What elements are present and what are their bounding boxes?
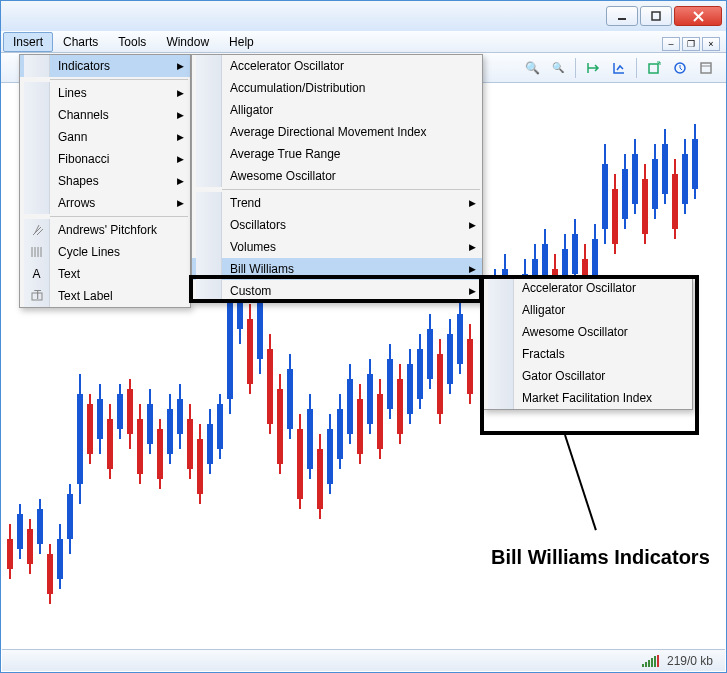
insert-item-indicators[interactable]: Indicators▶ <box>20 55 190 77</box>
menu-item-label: Arrows <box>50 196 103 210</box>
submenu-arrow-icon: ▶ <box>469 264 476 274</box>
indicators-item-volumes[interactable]: Volumes▶ <box>192 236 482 258</box>
autoscroll-icon <box>586 61 600 75</box>
insert-item-gann[interactable]: Gann▶ <box>20 126 190 148</box>
indicators-item-average-true-range[interactable]: Average True Range <box>192 143 482 165</box>
menu-item-label: Accelerator Oscillator <box>222 59 352 73</box>
insert-item-text[interactable]: AText <box>20 263 190 285</box>
insert-item-cycle-lines[interactable]: Cycle Lines <box>20 241 190 263</box>
menu-item-icon <box>24 55 50 77</box>
separator <box>575 58 576 78</box>
submenu-arrow-icon: ▶ <box>177 154 184 164</box>
menu-item-icon <box>24 104 50 126</box>
zoom-out-button[interactable]: 🔍 <box>547 57 569 79</box>
menu-insert[interactable]: Insert <box>3 32 53 52</box>
menu-item-icon <box>488 365 514 387</box>
submenu-arrow-icon: ▶ <box>469 198 476 208</box>
menu-tools[interactable]: Tools <box>108 32 156 52</box>
menu-item-icon <box>196 121 222 143</box>
templates-button[interactable] <box>695 57 717 79</box>
minimize-button[interactable] <box>606 6 638 26</box>
menu-item-label: Market Facilitation Index <box>514 391 660 405</box>
menu-item-label: Alligator <box>514 303 573 317</box>
indicators-item-bill-williams[interactable]: Bill Williams▶ <box>192 258 482 280</box>
submenu-arrow-icon: ▶ <box>469 220 476 230</box>
billwilliams-item-alligator[interactable]: Alligator <box>484 299 692 321</box>
menu-item-icon <box>488 387 514 409</box>
menu-item-label: Text <box>50 267 88 281</box>
mdi-close-button[interactable]: × <box>702 37 720 51</box>
periodicity-button[interactable] <box>669 57 691 79</box>
indicators-item-awesome-oscillator[interactable]: Awesome Oscillator <box>192 165 482 187</box>
chartshift-button[interactable] <box>608 57 630 79</box>
billwilliams-item-awesome-oscillator[interactable]: Awesome Oscillator <box>484 321 692 343</box>
submenu-arrow-icon: ▶ <box>177 88 184 98</box>
menu-window[interactable]: Window <box>156 32 219 52</box>
insert-item-lines[interactable]: Lines▶ <box>20 82 190 104</box>
submenu-arrow-icon: ▶ <box>469 242 476 252</box>
indicators-item-alligator[interactable]: Alligator <box>192 99 482 121</box>
menu-item-icon <box>196 258 222 280</box>
zoom-in-button[interactable]: 🔍 <box>521 57 543 79</box>
insert-item-channels[interactable]: Channels▶ <box>20 104 190 126</box>
submenu-arrow-icon: ▶ <box>469 286 476 296</box>
menu-item-label: Average True Range <box>222 147 349 161</box>
insert-item-text-label[interactable]: TText Label <box>20 285 190 307</box>
insert-item-shapes[interactable]: Shapes▶ <box>20 170 190 192</box>
menu-item-label: Trend <box>222 196 269 210</box>
menu-item-icon <box>24 219 50 241</box>
indicators-submenu: Accelerator OscillatorAccumulation/Distr… <box>191 54 483 303</box>
indicators-item-accelerator-oscillator[interactable]: Accelerator Oscillator <box>192 55 482 77</box>
autoscroll-button[interactable] <box>582 57 604 79</box>
indicators-item-custom[interactable]: Custom▶ <box>192 280 482 302</box>
menu-item-label: Awesome Oscillator <box>514 325 636 339</box>
menu-item-icon <box>196 192 222 214</box>
separator <box>636 58 637 78</box>
indicators-icon <box>647 61 661 75</box>
billwilliams-item-fractals[interactable]: Fractals <box>484 343 692 365</box>
menu-item-icon <box>488 343 514 365</box>
billwilliams-item-gator-oscillator[interactable]: Gator Oscillator <box>484 365 692 387</box>
billwilliams-item-accelerator-oscillator[interactable]: Accelerator Oscillator <box>484 277 692 299</box>
menu-item-label: Text Label <box>50 289 121 303</box>
menu-item-label: Average Directional Movement Index <box>222 125 435 139</box>
insert-item-andrews-pitchfork[interactable]: Andrews' Pitchfork <box>20 219 190 241</box>
maximize-button[interactable] <box>640 6 672 26</box>
menu-item-icon <box>196 55 222 77</box>
menu-item-icon <box>24 148 50 170</box>
indicators-item-trend[interactable]: Trend▶ <box>192 192 482 214</box>
insert-item-fibonacci[interactable]: Fibonacci▶ <box>20 148 190 170</box>
traffic-indicator: 219/0 kb <box>667 654 713 668</box>
menu-item-icon <box>488 299 514 321</box>
app-window: InsertChartsToolsWindowHelp – ❐ × 🔍 🔍 In… <box>0 0 727 673</box>
menu-item-label: Bill Williams <box>222 262 302 276</box>
svg-rect-1 <box>652 12 660 20</box>
menu-item-icon <box>24 241 50 263</box>
billwilliams-submenu: Accelerator OscillatorAlligatorAwesome O… <box>483 276 693 410</box>
indicators-item-accumulation-distribution[interactable]: Accumulation/Distribution <box>192 77 482 99</box>
indicators-item-oscillators[interactable]: Oscillators▶ <box>192 214 482 236</box>
menu-item-label: Fractals <box>514 347 573 361</box>
menu-item-label: Indicators <box>50 59 118 73</box>
insert-menu: Indicators▶Lines▶Channels▶Gann▶Fibonacci… <box>19 54 191 308</box>
submenu-arrow-icon: ▶ <box>177 176 184 186</box>
close-button[interactable] <box>674 6 722 26</box>
indicators-item-average-directional-movement-index[interactable]: Average Directional Movement Index <box>192 121 482 143</box>
menu-item-icon: A <box>24 263 50 285</box>
menu-item-icon <box>196 165 222 187</box>
mdi-minimize-button[interactable]: – <box>662 37 680 51</box>
submenu-arrow-icon: ▶ <box>177 198 184 208</box>
billwilliams-item-market-facilitation-index[interactable]: Market Facilitation Index <box>484 387 692 409</box>
menu-item-label: Volumes <box>222 240 284 254</box>
menu-item-icon <box>488 321 514 343</box>
titlebar <box>1 1 726 31</box>
svg-text:T: T <box>34 289 42 302</box>
menu-help[interactable]: Help <box>219 32 264 52</box>
indicators-button[interactable] <box>643 57 665 79</box>
insert-item-arrows[interactable]: Arrows▶ <box>20 192 190 214</box>
menu-charts[interactable]: Charts <box>53 32 108 52</box>
menu-item-label: Channels <box>50 108 117 122</box>
mdi-restore-button[interactable]: ❐ <box>682 37 700 51</box>
clock-icon <box>673 61 687 75</box>
template-icon <box>699 61 713 75</box>
